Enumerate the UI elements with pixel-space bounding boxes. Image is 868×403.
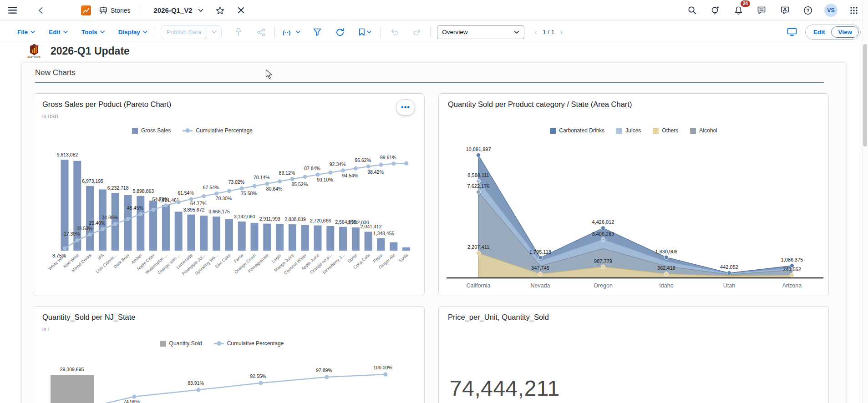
vertical-scrollbar[interactable]	[862, 0, 868, 403]
stories-label: Stories	[111, 7, 131, 14]
svg-text:3,142,060: 3,142,060	[234, 214, 255, 219]
comment-pin-icon[interactable]	[232, 25, 245, 39]
svg-text:1,086,375: 1,086,375	[781, 257, 803, 262]
share-icon[interactable]	[254, 25, 268, 39]
publish-data-label: Publish Data	[167, 29, 202, 35]
filter-icon[interactable]	[310, 25, 324, 39]
svg-text:98.42%: 98.42%	[367, 169, 384, 175]
page-indicator: 1 / 1	[543, 29, 554, 35]
redo-icon[interactable]	[410, 25, 424, 39]
bookmark-icon[interactable]	[356, 25, 374, 39]
svg-text:Idaho: Idaho	[659, 282, 673, 289]
hamburger-menu-icon[interactable]	[5, 4, 19, 17]
notification-count-badge: 24	[741, 0, 750, 7]
stories-breadcrumb[interactable]: Stories	[99, 6, 131, 14]
search-icon[interactable]	[685, 4, 699, 17]
pareto-chart-canvas[interactable]: 29,309,69574.96%83.91%92.55%97.89%100.00…	[33, 307, 425, 403]
menu-label: Display	[118, 29, 140, 35]
document-title[interactable]: 2026-Q1_V2	[154, 6, 193, 14]
svg-text:92.34%: 92.34%	[330, 161, 346, 167]
widget-pareto-quantity-nj[interactable]: Quantity_Sold per NJ_State in l Quantity…	[33, 306, 425, 403]
close-icon[interactable]	[234, 4, 248, 17]
menu-file[interactable]: File	[17, 29, 35, 35]
widget-pareto-gross-sales[interactable]: Gross Sales per Poduct (Pareto Chart) in…	[33, 93, 425, 296]
discussion-person-icon[interactable]	[778, 4, 792, 17]
page-header: NEXTJUICE 2026-Q1 Update	[26, 44, 130, 59]
page-selector[interactable]: Overview	[437, 25, 524, 39]
page-selector-chevron-icon	[514, 30, 519, 34]
svg-text:California: California	[467, 282, 491, 289]
svg-text:6,973,195: 6,973,195	[82, 178, 103, 184]
svg-text:IPA: IPA	[97, 252, 106, 261]
page-title: 2026-Q1 Update	[51, 45, 130, 57]
scrollbar-thumb[interactable]	[863, 44, 867, 146]
prev-page-icon[interactable]: ‹	[534, 28, 537, 37]
svg-text:Oregon: Oregon	[594, 282, 613, 289]
help-icon[interactable]: ?	[801, 4, 815, 17]
publish-chevron-down-icon[interactable]	[207, 30, 221, 34]
feedback-chat-icon[interactable]	[755, 4, 768, 17]
app-grid-icon[interactable]	[847, 4, 861, 17]
widget-kpi-price-quantity[interactable]: Price_per_Unit, Quantity_Sold 74,444,211…	[438, 306, 829, 403]
svg-text:80.64%: 80.64%	[266, 186, 283, 191]
notifications-bell-icon[interactable]: 24	[731, 4, 745, 17]
svg-text:(··): (··)	[283, 29, 290, 35]
section-title-underline	[35, 82, 824, 83]
next-page-icon[interactable]: ›	[560, 28, 563, 37]
formula-icon[interactable]: (··)	[281, 25, 301, 39]
menu-tools[interactable]: Tools	[81, 29, 105, 35]
chart-title: Price_per_Unit, Quantity_Sold	[448, 313, 549, 322]
shell-left-group: Stories 2026-Q1_V2	[5, 4, 248, 17]
doc-title-chevron-down-icon[interactable]	[196, 4, 205, 17]
svg-text:2,041,412: 2,041,412	[360, 224, 382, 229]
menu-edit[interactable]: Edit	[49, 29, 68, 35]
menu-label: Tools	[81, 29, 97, 35]
user-avatar[interactable]: VS	[824, 4, 838, 17]
undo-icon[interactable]	[387, 25, 401, 39]
view-mode-button[interactable]: View	[831, 26, 859, 38]
svg-text:Soda: Soda	[398, 252, 409, 263]
svg-text:4,426,012: 4,426,012	[592, 219, 614, 225]
shell-bar: Stories 2026-Q1_V2 24 ?	[0, 0, 868, 21]
back-icon[interactable]	[34, 4, 47, 17]
brand-logo: NEXTJUICE	[26, 44, 42, 59]
refresh-icon[interactable]	[333, 25, 347, 39]
chevron-down-icon	[30, 30, 35, 34]
svg-text:29.40%: 29.40%	[89, 220, 106, 226]
svg-text:2,720,666: 2,720,666	[310, 218, 331, 223]
toolbar-separator	[154, 27, 154, 38]
toolbar-separator	[274, 27, 275, 38]
shell-separator	[139, 6, 139, 15]
toolbar-menu-group: FileEditToolsDisplay	[17, 29, 147, 35]
toolbar-right-group: Edit View	[785, 25, 861, 40]
favorite-star-icon[interactable]	[213, 4, 227, 17]
section-title-text[interactable]: New Charts	[35, 68, 76, 77]
kpi-value: 74,444,211	[450, 376, 560, 401]
page-pager: ‹ 1 / 1 ›	[534, 28, 563, 37]
svg-text:Strawberry J...: Strawberry J...	[321, 252, 345, 275]
menu-display[interactable]: Display	[118, 29, 147, 35]
story-lane: New Charts Gross Sales per Poduct (Paret…	[22, 63, 846, 403]
toolbar-disabled-icons	[232, 25, 268, 39]
brand-logo-icon	[27, 44, 41, 56]
publish-data-button[interactable]: Publish Data	[161, 25, 222, 39]
svg-text:Utah: Utah	[723, 282, 735, 289]
application-window: { "shell": { "product_label": "Stories",…	[0, 0, 868, 403]
widget-area-quantity-state[interactable]: Quantity Sold per Product category / Sta…	[438, 93, 829, 296]
svg-text:2,207,411: 2,207,411	[467, 244, 489, 250]
insights-lightbulb-icon[interactable]	[708, 4, 722, 17]
area-chart-canvas[interactable]: 10,891,9971,795,1184,426,0121,830,908442…	[439, 94, 829, 296]
svg-text:3,668,175: 3,668,175	[208, 209, 230, 214]
pareto-chart-canvas[interactable]: 9,813,0826,973,1956,232,7185,898,8634,92…	[33, 94, 425, 296]
story-toolbar: FileEditToolsDisplay Publish Data (··)	[0, 21, 868, 43]
svg-text:90.10%: 90.10%	[317, 177, 333, 182]
svg-text:2,911,993: 2,911,993	[259, 216, 280, 222]
svg-text:75.58%: 75.58%	[241, 191, 257, 196]
device-preview-icon[interactable]	[785, 25, 799, 39]
svg-text:23.53%: 23.53%	[76, 226, 93, 231]
chevron-down-icon	[100, 30, 105, 34]
edit-mode-button[interactable]: Edit	[807, 29, 832, 35]
svg-text:9,813,082: 9,813,082	[57, 152, 78, 157]
svg-text:54.79%: 54.79%	[152, 196, 169, 202]
svg-text:67.54%: 67.54%	[203, 185, 219, 190]
